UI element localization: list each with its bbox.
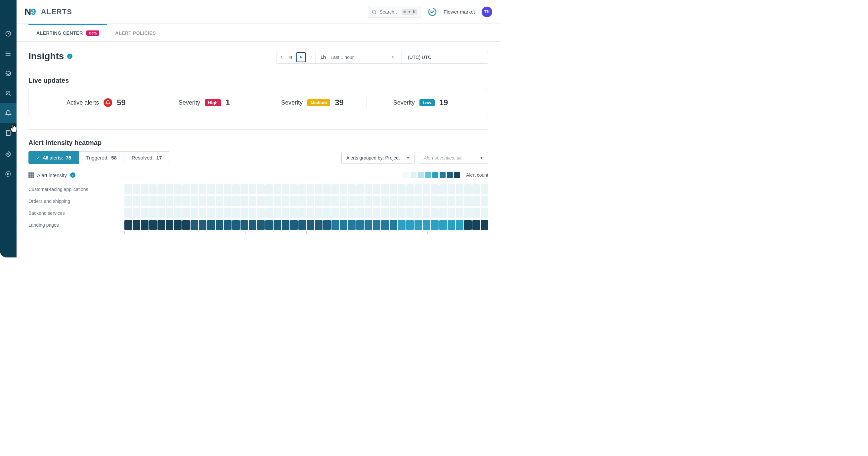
heatmap-cell[interactable] bbox=[348, 196, 355, 206]
heatmap-cell[interactable] bbox=[216, 196, 223, 206]
heatmap-cell[interactable] bbox=[224, 184, 231, 194]
heatmap-cell[interactable] bbox=[373, 220, 380, 230]
heatmap-cell[interactable] bbox=[390, 184, 397, 194]
heatmap-cell[interactable] bbox=[431, 184, 439, 194]
heatmap-cell[interactable] bbox=[257, 196, 265, 206]
heatmap-cell[interactable] bbox=[323, 220, 331, 230]
heatmap-cell[interactable] bbox=[307, 196, 314, 206]
heatmap-cell[interactable] bbox=[456, 220, 463, 230]
heatmap-cell[interactable] bbox=[149, 196, 157, 206]
severities-dropdown[interactable]: Alert severities: all ▼ bbox=[419, 152, 488, 164]
heatmap-cell[interactable] bbox=[373, 208, 380, 218]
heatmap-cell[interactable] bbox=[381, 208, 389, 218]
heatmap-cell[interactable] bbox=[190, 220, 198, 230]
info-icon[interactable]: i bbox=[67, 54, 72, 59]
heatmap-cell[interactable] bbox=[282, 184, 289, 194]
heatmap-cell[interactable] bbox=[190, 184, 198, 194]
heatmap-cell[interactable] bbox=[141, 208, 149, 218]
time-play-button[interactable] bbox=[297, 52, 306, 62]
heatmap-cell[interactable] bbox=[340, 208, 347, 218]
heatmap-cell[interactable] bbox=[257, 184, 265, 194]
toggle-all-alerts[interactable]: ✓ All alerts: 75 bbox=[28, 151, 79, 164]
heatmap-cell[interactable] bbox=[190, 196, 198, 206]
heatmap-cell[interactable] bbox=[464, 220, 472, 230]
heatmap-cell[interactable] bbox=[157, 220, 165, 230]
toggle-triggered[interactable]: Triggered: 58 bbox=[79, 151, 124, 164]
heatmap-cell[interactable] bbox=[265, 196, 273, 206]
heatmap-cell[interactable] bbox=[249, 220, 256, 230]
heatmap-cell[interactable] bbox=[149, 184, 157, 194]
heatmap-cell[interactable] bbox=[265, 184, 273, 194]
heatmap-cell[interactable] bbox=[274, 208, 281, 218]
time-prev-button[interactable] bbox=[277, 51, 286, 63]
heatmap-cell[interactable] bbox=[406, 208, 414, 218]
heatmap-cell[interactable] bbox=[174, 196, 182, 206]
heatmap-cell[interactable] bbox=[439, 220, 447, 230]
heatmap-cell[interactable] bbox=[241, 196, 248, 206]
heatmap-cell[interactable] bbox=[439, 184, 447, 194]
heatmap-cell[interactable] bbox=[365, 196, 372, 206]
heatmap-cell[interactable] bbox=[174, 220, 182, 230]
toggle-resolved[interactable]: Resolved: 17 bbox=[124, 151, 169, 164]
heatmap-cell[interactable] bbox=[166, 196, 173, 206]
heatmap-cell[interactable] bbox=[439, 208, 447, 218]
heatmap-cell[interactable] bbox=[423, 196, 430, 206]
heatmap-cell[interactable] bbox=[290, 184, 298, 194]
heatmap-cell[interactable] bbox=[447, 220, 455, 230]
heatmap-cell[interactable] bbox=[265, 208, 273, 218]
heatmap-cell[interactable] bbox=[423, 208, 430, 218]
heatmap-cell[interactable] bbox=[249, 196, 256, 206]
heatmap-cell[interactable] bbox=[265, 220, 273, 230]
heatmap-cell[interactable] bbox=[315, 220, 322, 230]
nav-list[interactable] bbox=[0, 44, 17, 64]
heatmap-cell[interactable] bbox=[141, 184, 149, 194]
nav-analytics[interactable] bbox=[0, 83, 17, 103]
heatmap-cell[interactable] bbox=[315, 196, 322, 206]
heatmap-cell[interactable] bbox=[290, 196, 298, 206]
heatmap-cell[interactable] bbox=[124, 208, 132, 218]
heatmap-cell[interactable] bbox=[464, 208, 472, 218]
time-next-button[interactable] bbox=[307, 51, 316, 63]
heatmap-cell[interactable] bbox=[390, 208, 397, 218]
heatmap-cell[interactable] bbox=[365, 220, 372, 230]
heatmap-cell[interactable] bbox=[133, 184, 140, 194]
heatmap-cell[interactable] bbox=[274, 196, 281, 206]
heatmap-cell[interactable] bbox=[124, 184, 132, 194]
org-name[interactable]: Flower market bbox=[443, 9, 475, 14]
heatmap-cell[interactable] bbox=[414, 208, 422, 218]
heatmap-cell[interactable] bbox=[456, 184, 463, 194]
heatmap-cell[interactable] bbox=[381, 196, 389, 206]
heatmap-cell[interactable] bbox=[464, 184, 472, 194]
heatmap-cell[interactable] bbox=[464, 196, 472, 206]
heatmap-cell[interactable] bbox=[241, 220, 248, 230]
heatmap-cell[interactable] bbox=[431, 220, 439, 230]
heatmap-cell[interactable] bbox=[232, 220, 240, 230]
heatmap-cell[interactable] bbox=[356, 184, 364, 194]
heatmap-cell[interactable] bbox=[323, 184, 331, 194]
nav-integrations[interactable] bbox=[0, 144, 17, 164]
heatmap-cell[interactable] bbox=[190, 208, 198, 218]
heatmap-cell[interactable] bbox=[348, 208, 355, 218]
heatmap-cell[interactable] bbox=[414, 184, 422, 194]
heatmap-cell[interactable] bbox=[174, 184, 182, 194]
heatmap-cell[interactable] bbox=[257, 220, 265, 230]
heatmap-cell[interactable] bbox=[340, 184, 347, 194]
nav-alerts[interactable] bbox=[0, 103, 17, 123]
heatmap-cell[interactable] bbox=[307, 208, 314, 218]
heatmap-cell[interactable] bbox=[224, 208, 231, 218]
heatmap-cell[interactable] bbox=[299, 196, 306, 206]
heatmap-cell[interactable] bbox=[299, 208, 306, 218]
heatmap-cell[interactable] bbox=[307, 184, 314, 194]
heatmap-cell[interactable] bbox=[447, 208, 455, 218]
heatmap-cell[interactable] bbox=[348, 184, 355, 194]
heatmap-cell[interactable] bbox=[290, 220, 298, 230]
heatmap-cell[interactable] bbox=[398, 184, 406, 194]
group-by-dropdown[interactable]: Alerts grouped by: Project ▼ bbox=[341, 152, 415, 164]
tab-alerting-center[interactable]: ALERTING CENTER Beta bbox=[28, 24, 107, 41]
heatmap-cell[interactable] bbox=[356, 208, 364, 218]
timezone-selector[interactable]: (UTC) UTC bbox=[402, 51, 488, 63]
status-check-icon[interactable] bbox=[428, 7, 437, 17]
heatmap-cell[interactable] bbox=[373, 184, 380, 194]
heatmap-cell[interactable] bbox=[390, 196, 397, 206]
info-icon[interactable]: i bbox=[70, 173, 75, 178]
